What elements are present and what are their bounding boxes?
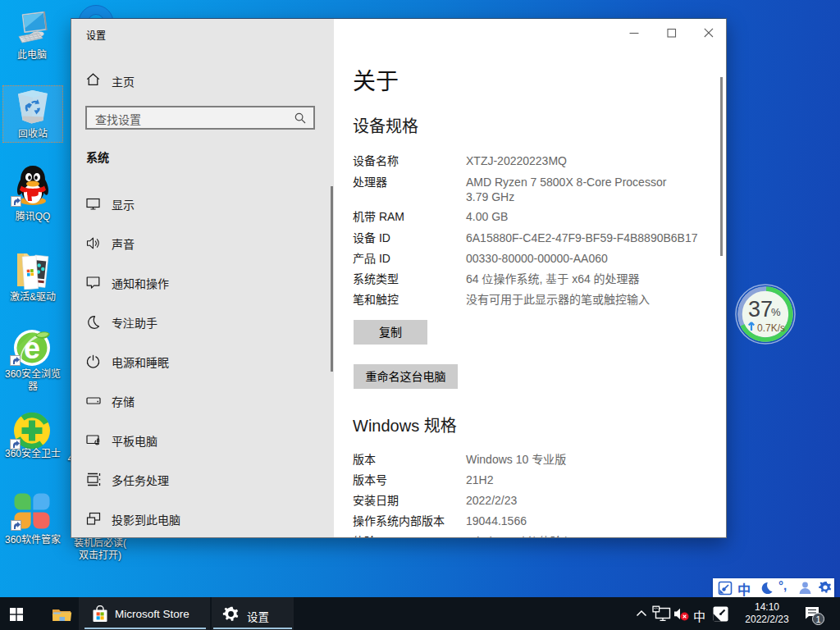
svg-text:37: 37 [748,297,773,322]
svg-text:0.7K/s: 0.7K/s [757,322,785,334]
svg-text:%: % [771,306,781,318]
